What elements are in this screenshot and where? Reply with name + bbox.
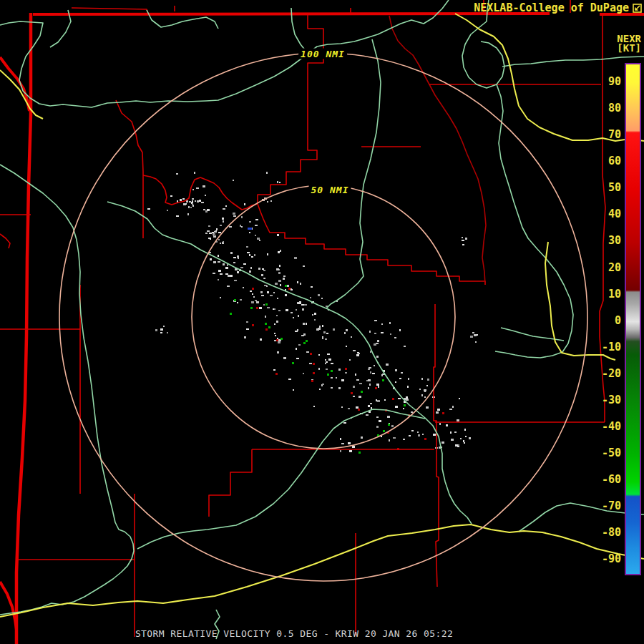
echo-pixel <box>251 301 254 303</box>
echo-pixel <box>433 434 436 436</box>
echo-pixel <box>196 187 199 189</box>
range-ring-100-nmi <box>59 53 587 581</box>
echo-pixel <box>462 244 464 245</box>
echo-pixel <box>377 400 380 402</box>
river-central-diagonal <box>107 202 472 524</box>
echo-pixel <box>230 313 232 315</box>
echo-pixel <box>278 272 280 274</box>
echo-pixel <box>259 240 260 241</box>
echo-pixel <box>390 333 391 335</box>
echo-pixel <box>394 337 396 338</box>
echo-pixel <box>279 265 280 267</box>
echo-pixel <box>223 263 225 265</box>
echo-pixel <box>220 225 222 226</box>
echo-pixel <box>295 331 298 332</box>
road-south <box>0 525 644 617</box>
echo-pixel <box>230 252 233 254</box>
echo-pixel <box>477 334 478 336</box>
echo-pixel <box>233 180 234 181</box>
echo-pixel <box>246 328 249 330</box>
echo-pixel <box>199 200 201 202</box>
echo-pixel <box>285 294 287 296</box>
echo-pixel <box>370 403 372 404</box>
echo-pixel <box>382 379 384 381</box>
echo-pixel <box>257 238 260 240</box>
echo-pixel <box>267 307 270 308</box>
echo-pixel <box>379 420 381 422</box>
echo-pixel <box>286 309 288 311</box>
echo-pixel <box>470 336 473 338</box>
echo-pixel <box>273 308 274 310</box>
echo-pixel <box>417 431 419 433</box>
echo-pixel <box>302 308 304 311</box>
map-boundaries <box>0 0 644 644</box>
echo-pixel <box>277 234 279 236</box>
echo-pixel <box>255 235 256 236</box>
echo-pixel <box>170 195 172 197</box>
header-title: NEXLAB-College of DuPage <box>474 1 642 14</box>
echo-pixel <box>306 351 309 353</box>
echo-pixel <box>376 384 379 386</box>
echo-pixel <box>421 378 423 380</box>
echo-pixel <box>327 374 329 376</box>
echo-pixel <box>377 340 379 342</box>
echo-pixel <box>319 326 321 328</box>
echo-pixel <box>283 275 286 277</box>
echo-pixel <box>208 238 211 239</box>
echo-pixel <box>167 210 168 211</box>
echo-pixel <box>303 323 305 325</box>
range-ring-50-nmi <box>192 185 455 449</box>
echo-pixel <box>233 213 235 215</box>
river-ne-branch-central <box>326 39 381 308</box>
echo-pixel <box>218 232 221 233</box>
echo-pixel <box>192 189 194 190</box>
colorbar-tick-70: 70 <box>591 128 621 141</box>
echo-pixel <box>252 293 253 295</box>
echo-pixel <box>266 172 268 174</box>
echo-pixel <box>446 424 448 426</box>
echo-pixel <box>346 346 347 347</box>
echo-pixel <box>276 339 278 341</box>
echo-pixel <box>392 398 394 400</box>
echo-pixel <box>424 396 426 398</box>
echo-pixel <box>457 419 459 421</box>
echo-pixel <box>370 371 371 374</box>
echo-pixel <box>213 273 215 274</box>
echo-pixel <box>399 378 401 379</box>
echo-pixel <box>427 379 429 381</box>
echo-pixel <box>359 383 362 384</box>
echo-pixel <box>243 263 246 265</box>
echo-pixel <box>203 185 205 187</box>
echo-pixel <box>472 332 474 333</box>
echo-pixel <box>325 338 327 340</box>
echo-pixel <box>278 341 280 343</box>
echo-pixel <box>344 332 346 334</box>
echo-pixel <box>240 225 241 227</box>
echo-pixel <box>366 380 368 381</box>
colorbar-tick--40: -40 <box>591 420 621 433</box>
echo-pixel <box>316 328 319 331</box>
echo-pixel <box>345 368 347 370</box>
echo-pixel <box>192 198 194 200</box>
echo-pixel <box>313 372 315 374</box>
echo-pixel <box>460 438 462 439</box>
echo-pixel <box>341 406 343 408</box>
echo-pixel <box>331 387 333 389</box>
echo-pixel <box>273 292 275 293</box>
river-sw-ne <box>137 409 425 549</box>
echo-pixel <box>223 241 224 243</box>
echo-pixel <box>348 442 351 444</box>
echo-pixel <box>303 265 305 267</box>
echo-pixel <box>265 328 268 331</box>
echo-pixel <box>261 274 263 276</box>
county-lines-west <box>0 215 80 494</box>
echo-pixel <box>358 396 361 398</box>
echo-pixel <box>205 233 208 234</box>
echo-pixel <box>280 250 281 252</box>
echo-pixel <box>398 398 401 399</box>
echo-pixel <box>338 387 341 389</box>
echo-pixel <box>267 253 268 255</box>
echo-pixel <box>267 201 268 203</box>
echo-pixel <box>356 406 358 409</box>
echo-pixel <box>252 324 254 326</box>
